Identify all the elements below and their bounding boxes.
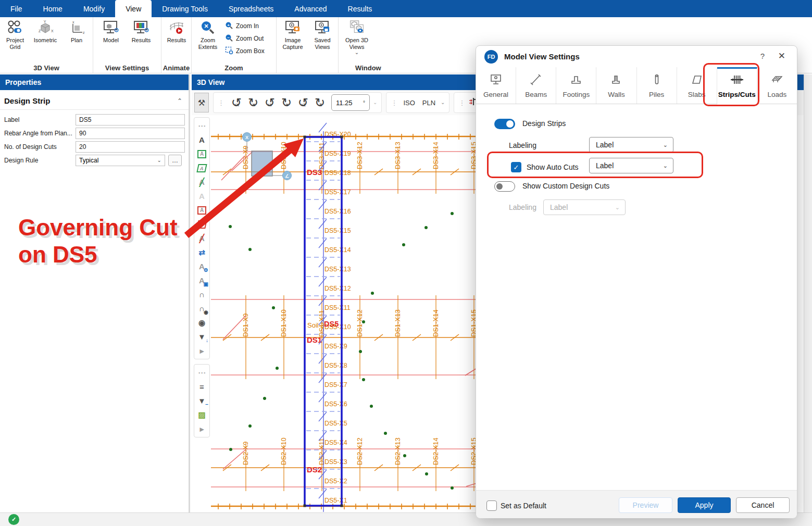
selection-settings-icon[interactable]: A⚙ [194, 259, 209, 273]
rotate-card-drag-handle[interactable]: ⋮ [218, 99, 225, 107]
filter-remove-icon[interactable]: ▼− [194, 394, 209, 408]
beams-tab-icon [529, 73, 543, 86]
visibility-icon[interactable]: ◉ [194, 316, 209, 330]
zoom-extents-button[interactable]: ✕ Zoom Extents [194, 19, 222, 50]
orientation-dropdown-icon[interactable]: ⌄ [441, 100, 445, 105]
svg-text:DS3-X10: DS3-X10 [280, 142, 288, 169]
tab-modify[interactable]: Modify [73, 0, 115, 17]
svg-text:+: + [227, 22, 230, 27]
rotate-plusminus-x-button[interactable]: ↺+X [228, 94, 245, 111]
rotation-angle-input[interactable]: 11.25 ° [331, 94, 370, 111]
save-selection-icon[interactable]: A▣ [194, 273, 209, 287]
show-piles-icon[interactable]: A [194, 189, 209, 203]
rotate-plusminus-y-button[interactable]: ↺+Y [261, 94, 278, 111]
animate-results-button[interactable]: Results [163, 19, 191, 44]
dialog-header[interactable]: FD Model View Settings ? ✕ [476, 46, 797, 67]
angle-dropdown-icon[interactable]: ⌄ [373, 100, 377, 105]
tab-drawing-tools[interactable]: Drawing Tools [152, 0, 218, 17]
show-slabs-icon[interactable]: A [194, 161, 209, 175]
show-auto-cuts-checkbox[interactable]: ✓ [511, 162, 521, 172]
rotate-minus-x-button[interactable]: ↻-X [245, 94, 261, 111]
saved-views-button[interactable]: Saved Views [308, 19, 336, 50]
iso-view-button[interactable]: ISO [401, 97, 417, 109]
open-3d-views-button[interactable]: Open 3D Views ⌄ [341, 19, 372, 55]
footings-tab-label: Footings [563, 91, 590, 98]
design-strips-toggle[interactable] [494, 119, 515, 129]
toolbar-drag-handle[interactable]: ⋯ [194, 119, 209, 133]
view-orientation-card: ⋮ ISO PLN ⌄ [386, 92, 449, 113]
set-as-default-checkbox[interactable] [486, 500, 497, 511]
tab-file[interactable]: File [0, 0, 33, 17]
collapse-section-icon[interactable]: ⌃ [177, 97, 182, 105]
zoom-in-button[interactable]: + Zoom In [225, 20, 259, 32]
zoom-out-button[interactable]: − Zoom Out [225, 33, 264, 44]
tab-advanced[interactable]: Advanced [284, 0, 337, 17]
dialog-tab-loads[interactable]: Loads [757, 67, 797, 104]
loads-tab-label: Loads [768, 91, 787, 98]
render-contour-icon[interactable]: ▨ [194, 408, 209, 422]
tab-view[interactable]: View [115, 0, 152, 17]
design-cuts-field[interactable]: 20 [76, 141, 185, 153]
svg-text:⚙: ⚙ [114, 27, 119, 34]
apply-button[interactable]: Apply [678, 497, 731, 513]
view-tools-button[interactable]: ⚒ [194, 93, 209, 112]
group-label-view-settings: View Settings [93, 64, 161, 72]
svg-text:x: x [72, 20, 74, 24]
image-capture-button[interactable]: Image Capture [279, 19, 307, 50]
preview-button[interactable]: Preview [619, 497, 672, 513]
results-view-settings-button[interactable]: ⚙ Results [127, 19, 155, 44]
lock-visibility-icon[interactable]: ∩◉ [194, 302, 209, 316]
unlock-icon[interactable]: ∩ [194, 287, 209, 302]
expand-more-2-icon[interactable]: ▸ [194, 422, 209, 436]
dialog-tab-piles[interactable]: Piles [637, 67, 677, 104]
expand-more-icon[interactable]: ▸ [194, 344, 209, 358]
ribbon-group-animate: Results Animate [161, 17, 192, 73]
invert-selection-icon[interactable]: ⇄ [194, 245, 209, 259]
dialog-tab-general[interactable]: General [476, 67, 516, 104]
show-footings-icon[interactable]: A [194, 147, 209, 161]
dialog-tab-strips-cuts[interactable]: Strips/Cuts [717, 67, 757, 104]
footings-tab-icon [569, 73, 583, 86]
dialog-help-button[interactable]: ? [760, 52, 765, 60]
hide-slabs-icon[interactable]: A [194, 217, 209, 231]
filter-apply-icon[interactable]: ▼↓ [194, 330, 209, 344]
strip-labeling-dropdown[interactable]: Label ⌄ [589, 137, 673, 153]
plan-view-button[interactable]: PLN [420, 97, 438, 109]
svg-text:DS5-X14: DS5-X14 [324, 246, 351, 254]
dialog-close-button[interactable]: ✕ [778, 51, 785, 61]
orientation-card-drag-handle[interactable]: ⋮ [391, 99, 398, 107]
rotate-plusminus-z-button[interactable]: ↺+Z [295, 94, 311, 111]
design-rule-select[interactable]: Typical ⌄ [76, 155, 165, 166]
toolbar-drag-handle-2[interactable]: ⋯ [194, 366, 209, 380]
hide-walls-icon[interactable]: A╱ [194, 231, 209, 245]
dialog-tab-beams[interactable]: Beams [516, 67, 556, 104]
set-as-default-label: Set as Default [501, 502, 546, 510]
rotate-minus-z-button[interactable]: ↻-Z [311, 94, 328, 111]
tab-spreadsheets[interactable]: Spreadsheets [218, 0, 284, 17]
dialog-tab-slabs[interactable]: Slabs [677, 67, 717, 104]
auto-cuts-labeling-dropdown[interactable]: Label ⌄ [589, 158, 673, 173]
rotate-minus-y-button[interactable]: ↻-Y [278, 94, 295, 111]
dialog-tab-footings[interactable]: Footings [556, 67, 596, 104]
project-grid-button[interactable]: Project Grid [1, 19, 29, 50]
show-walls-icon[interactable]: A╱ [194, 175, 209, 189]
cancel-button[interactable]: Cancel [736, 497, 790, 513]
display-card-drag-handle[interactable]: ⋮ [458, 99, 466, 107]
design-rule-more-button[interactable]: … [168, 155, 182, 166]
dialog-tab-walls[interactable]: Walls [596, 67, 636, 104]
label-field[interactable]: DS5 [76, 114, 185, 126]
isometric-button[interactable]: Y Z X Isometric [31, 19, 59, 44]
zoom-box-button[interactable]: Zoom Box [225, 45, 265, 57]
vertical-scrollbar[interactable] [804, 74, 812, 512]
show-beams-icon[interactable]: A [194, 133, 209, 147]
hide-footings-icon[interactable]: A [194, 203, 209, 217]
tab-home[interactable]: Home [33, 0, 73, 17]
properties-panel-title: Properties [0, 74, 189, 90]
rebar-angle-field[interactable]: 90 [76, 128, 185, 139]
model-view-settings-button[interactable]: ⚙ Model [97, 19, 125, 44]
show-custom-design-cuts-toggle[interactable] [494, 181, 515, 192]
tab-results[interactable]: Results [338, 0, 383, 17]
annotations-icon[interactable]: ≡ [194, 380, 209, 394]
design-strip-section-header[interactable]: Design Strip ⌃ [0, 90, 189, 110]
plan-button[interactable]: x z Plan [63, 19, 91, 44]
